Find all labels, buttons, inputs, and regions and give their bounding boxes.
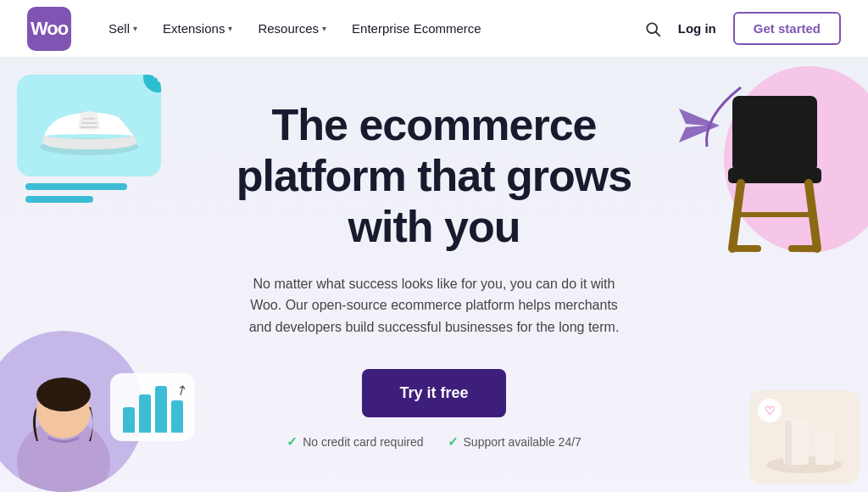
- chart-bubble: ↗: [110, 373, 195, 441]
- login-button[interactable]: Log in: [678, 21, 716, 36]
- hero-subtitle: No matter what success looks like for yo…: [239, 273, 629, 338]
- candles-card: ♡: [749, 390, 860, 484]
- chair-illustration: [698, 75, 851, 270]
- search-button[interactable]: [644, 20, 661, 37]
- logo-text: Woo: [31, 18, 68, 40]
- shoe-illustration: [34, 92, 144, 159]
- chevron-down-icon: ▾: [322, 24, 326, 33]
- nav-right: Log in Get started: [644, 12, 841, 45]
- plus-icon: +: [143, 75, 161, 92]
- checkmark-icon: ✓: [448, 434, 459, 450]
- nav-links: Sell ▾ Extensions ▾ Resources ▾ Enterpri…: [98, 14, 644, 42]
- badge-text: Support available 24/7: [464, 435, 581, 449]
- hero-badges: ✓ No credit card required ✓ Support avai…: [214, 434, 654, 450]
- svg-line-1: [656, 31, 660, 36]
- shoe-card: +: [17, 75, 161, 176]
- hero-section: +: [0, 58, 868, 492]
- heart-icon: ♡: [758, 399, 782, 422]
- badge-no-credit-card: ✓ No credit card required: [287, 434, 423, 450]
- svg-rect-10: [732, 96, 817, 172]
- nav-resources[interactable]: Resources ▾: [248, 14, 337, 42]
- bar-chart-bar: [155, 386, 167, 433]
- trend-arrow-icon: ↗: [172, 380, 190, 400]
- nav-extensions[interactable]: Extensions ▾: [153, 14, 242, 42]
- hero-title: The ecommerce platform that grows with y…: [214, 100, 654, 252]
- navbar: Woo Sell ▾ Extensions ▾ Resources ▾ Ente…: [0, 0, 868, 58]
- svg-rect-20: [785, 420, 792, 465]
- checkmark-icon: ✓: [287, 434, 298, 450]
- nav-enterprise[interactable]: Enterprise Ecommerce: [342, 14, 492, 42]
- svg-point-8: [36, 377, 91, 411]
- hero-content: The ecommerce platform that grows with y…: [214, 100, 654, 449]
- get-started-button[interactable]: Get started: [733, 12, 841, 45]
- chevron-down-icon: ▾: [228, 24, 232, 33]
- chevron-down-icon: ▾: [133, 24, 137, 33]
- bar-chart-bar: [123, 407, 135, 433]
- paper-plane-icon: [679, 109, 720, 148]
- badge-text: No credit card required: [303, 435, 423, 449]
- svg-marker-9: [679, 109, 720, 143]
- product-lines: [25, 183, 127, 209]
- try-free-button[interactable]: Try it free: [362, 369, 505, 417]
- bar-chart-bar: [139, 394, 151, 433]
- nav-sell[interactable]: Sell ▾: [98, 14, 147, 42]
- svg-rect-19: [815, 431, 834, 465]
- badge-support: ✓ Support available 24/7: [448, 434, 581, 450]
- logo[interactable]: Woo: [27, 7, 71, 51]
- bar-chart-bar: [171, 400, 183, 433]
